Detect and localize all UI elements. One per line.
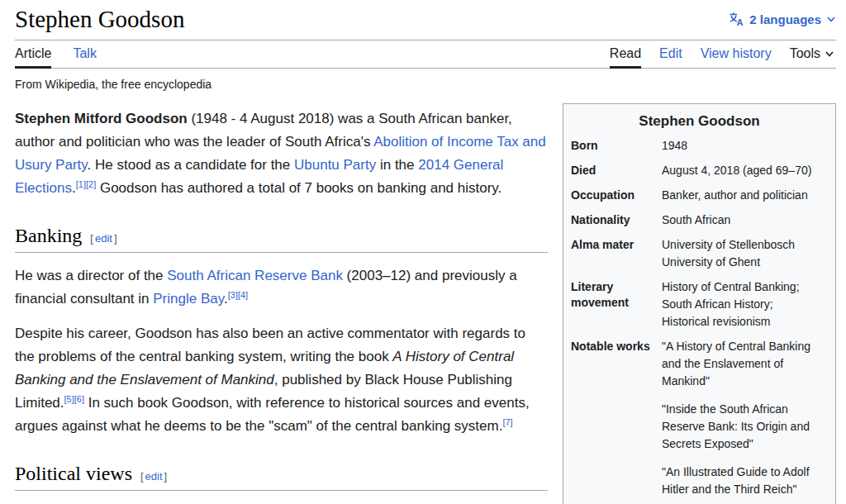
page-title: Stephen Goodson: [15, 5, 184, 34]
infobox-row: DiedAugust 4, 2018 (aged 69–70): [571, 159, 828, 183]
infobox-value-block: 1948: [662, 137, 828, 155]
reference-link[interactable]: [4]: [238, 290, 248, 300]
section-heading: Banking[edit]: [15, 225, 548, 253]
reference-link[interactable]: [2]: [86, 179, 96, 189]
section-edit: [edit]: [90, 232, 116, 245]
infobox-row-label: Nationality: [571, 212, 655, 229]
infobox-row-label: Occupation: [571, 187, 655, 204]
infobox-row-label: Literary movement: [571, 278, 655, 330]
infobox-value-block: "An Illustrated Guide to Adolf Hitler an…: [662, 464, 828, 498]
reference-link[interactable]: [6]: [74, 394, 84, 404]
view-tabs: Read Edit View history Tools: [610, 40, 836, 68]
tab-read[interactable]: Read: [610, 40, 641, 68]
reference-link[interactable]: [7]: [502, 417, 512, 427]
chevron-down-icon: [825, 49, 834, 59]
text-run: in the: [376, 157, 418, 173]
infobox-row-label: Alma mater: [571, 236, 655, 271]
infobox-row: Notable works"A History of Central Banki…: [571, 335, 828, 502]
text-run: .: [72, 180, 76, 196]
wikipedia-article-page: Stephen Goodson A 2 languages Article Ta…: [0, 0, 846, 504]
infobox-row-value: Banker, author and politician: [662, 187, 828, 204]
infobox-row: NationalitySouth African: [571, 208, 828, 233]
text-run: In such book Goodson, with reference to …: [15, 395, 530, 434]
section-edit: [edit]: [140, 470, 167, 483]
infobox-row-label: Notable works: [571, 338, 655, 498]
infobox-value-block: South African: [662, 212, 828, 229]
infobox-rows: Born1948DiedAugust 4, 2018 (aged 69–70)O…: [571, 134, 828, 502]
infobox-row: Alma materUniversity of Stellenbosch Uni…: [571, 233, 828, 275]
infobox-value-block: "A History of Central Banking and the En…: [662, 338, 828, 390]
reference-link[interactable]: [1]: [76, 179, 86, 189]
page-header: Stephen Goodson A 2 languages: [15, 0, 836, 34]
article-link[interactable]: South African Reserve Bank: [167, 268, 343, 283]
text-run: He was a director of the: [15, 268, 167, 283]
text-run: Goodson has authored a total of 7 books …: [96, 180, 501, 196]
infobox-row-label: Died: [571, 162, 655, 179]
chevron-down-icon: [826, 14, 836, 24]
infobox-row: Born1948: [571, 134, 828, 159]
svg-text:A: A: [737, 17, 744, 27]
text-run: . He stood as a candidate for the: [88, 157, 294, 173]
bold-text: Stephen Mitford Goodson: [15, 111, 188, 126]
infobox-value-block: "Inside the South African Reserve Bank: …: [662, 401, 828, 453]
text-run: .: [224, 291, 228, 307]
article-content: Stephen Mitford Goodson (1948 - 4 August…: [15, 96, 548, 504]
section-edit-link[interactable]: edit: [144, 470, 164, 483]
infobox-row: OccupationBanker, author and politician: [571, 183, 828, 208]
infobox-title: Stephen Goodson: [571, 107, 828, 134]
infobox-row-value: University of Stellenbosch University of…: [662, 236, 828, 271]
languages-label: 2 languages: [749, 12, 821, 26]
paragraph: Despite his career, Goodson has also bee…: [15, 322, 548, 438]
edit-bracket-close: ]: [114, 232, 117, 245]
reference-link[interactable]: [5]: [64, 394, 74, 404]
section-heading-text: Political views: [15, 463, 132, 485]
infobox-value-block: University of Stellenbosch University of…: [662, 236, 828, 271]
infobox-row: Literary movementHistory of Central Bank…: [571, 275, 828, 335]
reference-link[interactable]: [3]: [228, 290, 238, 300]
paragraph: He was a director of the South African R…: [15, 264, 548, 311]
tab-talk[interactable]: Talk: [73, 40, 96, 68]
article-tabbar: Article Talk Read Edit View history Tool…: [15, 40, 836, 69]
language-icon: A: [728, 11, 744, 27]
infobox-row-value: 1948: [662, 137, 828, 155]
infobox-row-value: History of Central Banking; South Africa…: [662, 278, 828, 330]
article-link[interactable]: Pringle Bay: [153, 291, 224, 307]
infobox-value-block: History of Central Banking; South Africa…: [662, 278, 828, 330]
tab-view-history[interactable]: View history: [701, 40, 772, 68]
site-tagline: From Wikipedia, the free encyclopedia: [15, 78, 836, 91]
infobox-row-value: South African: [662, 212, 828, 229]
edit-bracket-close: ]: [164, 470, 168, 483]
tools-menu-button[interactable]: Tools: [790, 40, 834, 68]
article-link[interactable]: Ubuntu Party: [294, 157, 376, 173]
infobox-value-block: Banker, author and politician: [662, 187, 828, 204]
section-heading: Political views[edit]: [15, 463, 548, 491]
content-area: Stephen Mitford Goodson (1948 - 4 August…: [15, 96, 836, 504]
section-heading-text: Banking: [15, 225, 82, 247]
infobox-row-value: August 4, 2018 (aged 69–70): [662, 162, 828, 179]
infobox-row-value: "A History of Central Banking and the En…: [662, 338, 828, 498]
infobox: Stephen Goodson Born1948DiedAugust 4, 20…: [563, 103, 836, 504]
namespace-tabs: Article Talk: [15, 40, 97, 68]
tools-label: Tools: [790, 46, 820, 61]
tab-edit[interactable]: Edit: [659, 40, 682, 68]
infobox-value-block: August 4, 2018 (aged 69–70): [662, 162, 828, 179]
tab-article[interactable]: Article: [15, 40, 51, 68]
languages-button[interactable]: A 2 languages: [728, 11, 836, 27]
paragraph: Stephen Mitford Goodson (1948 - 4 August…: [15, 107, 548, 200]
infobox-row-label: Born: [571, 137, 655, 155]
section-edit-link[interactable]: edit: [93, 232, 114, 245]
